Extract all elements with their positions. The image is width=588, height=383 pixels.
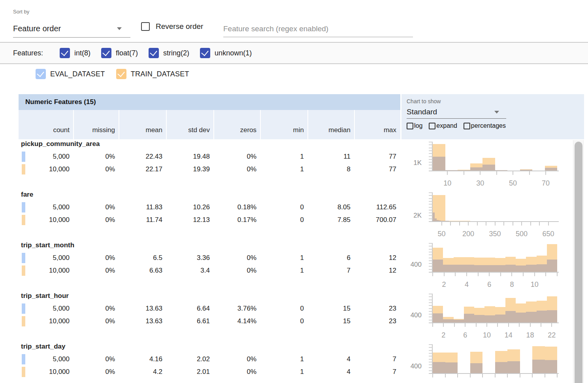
chart-option-percentages[interactable]: percentages: [464, 122, 506, 129]
stat-value: 77: [354, 163, 400, 176]
stat-value: 7: [354, 353, 400, 366]
x-axis-tick-label: 4: [455, 281, 479, 289]
chart-option-expand[interactable]: expand: [429, 122, 457, 129]
stat-value: 13.63: [119, 315, 166, 328]
stat-value: 0%: [213, 150, 260, 163]
histogram-trip_start_day[interactable]: [429, 342, 559, 381]
stat-value: 2.01: [166, 366, 213, 378]
train-swatch: [22, 316, 25, 326]
histogram-fare[interactable]: [429, 190, 559, 229]
stat-value: 112.65: [354, 201, 400, 214]
checkbox-checked-icon: [36, 69, 46, 79]
eval-stats-row: 5,0000%6.53.360%1612: [19, 252, 400, 264]
stat-value: 0%: [73, 353, 119, 366]
x-axis-tick-label: 50: [501, 179, 525, 188]
reverse-order-checkbox[interactable]: Reverse order: [141, 22, 203, 31]
stat-value: 22.17: [119, 163, 166, 176]
feature-name: pickup_community_area: [21, 140, 100, 148]
vertical-scrollbar: [573, 140, 584, 383]
stat-value: 10,000: [19, 366, 73, 378]
stat-value: 0: [260, 201, 307, 214]
train-stats-row: 10,0000%13.636.614.14%01523: [19, 315, 400, 328]
stat-value: 10,000: [19, 264, 73, 277]
feature-name: trip_start_hour: [21, 292, 69, 300]
feature-block-trip_start_day: trip_start_day5,0000%4.162.020%14710,000…: [0, 342, 588, 383]
stat-value: 1: [260, 252, 307, 264]
stat-value: 0%: [73, 302, 119, 315]
checkbox-checked-icon: [149, 48, 159, 58]
feature-type-filter-string[interactable]: string(2): [149, 48, 189, 58]
feature-type-filter-int[interactable]: int(8): [60, 48, 90, 58]
feature-type-filter-float[interactable]: float(7): [101, 48, 138, 58]
chart-option-label: expand: [436, 122, 457, 129]
feature-type-filter-unknown[interactable]: unknown(1): [200, 48, 252, 58]
stat-value: 23: [354, 302, 400, 315]
stat-value: 15: [307, 315, 354, 328]
chevron-down-icon: [494, 111, 499, 114]
x-axis-tick-label: 10: [475, 331, 499, 339]
histogram-pickup_community_area[interactable]: [429, 139, 559, 179]
chevron-down-icon: [117, 27, 122, 30]
x-axis-tick-label: 14: [497, 331, 520, 339]
feature-name: fare: [21, 191, 33, 199]
eval-stats-row: 5,0000%22.4319.480%11177: [19, 150, 400, 163]
checkbox-unchecked-icon: [464, 123, 470, 129]
dataset-toggle-train_dataset[interactable]: TRAIN_DATASET: [116, 69, 189, 79]
scrollbar-thumb[interactable]: [575, 142, 582, 383]
stat-value: 0.18%: [213, 201, 260, 214]
chart-option-log[interactable]: log: [407, 122, 422, 129]
feature-name: trip_start_day: [21, 343, 65, 351]
chart-type-select[interactable]: Standard: [407, 105, 506, 119]
stat-value: 6.61: [166, 315, 213, 328]
stat-value: 3.36: [166, 252, 213, 264]
column-header-min: min: [260, 110, 307, 139]
column-header-std-dev: std dev: [166, 110, 213, 139]
histogram-trip_start_month[interactable]: [429, 241, 559, 280]
x-axis-tick-label: 6: [477, 281, 501, 289]
stat-value: 0%: [73, 315, 119, 328]
stat-value: 6.63: [119, 264, 166, 277]
chart-option-label: log: [414, 122, 422, 129]
stat-value: 4: [307, 353, 354, 366]
column-header-zeros: zeros: [213, 110, 260, 139]
sort-by-select[interactable]: Feature order: [13, 20, 130, 38]
chart-to-show-panel: Chart to show Standard logexpandpercenta…: [401, 94, 584, 139]
stat-value: 5,000: [19, 150, 73, 163]
chart-option-label: percentages: [471, 122, 506, 129]
stat-value: 0%: [73, 150, 119, 163]
stat-value: 700.07: [354, 214, 400, 226]
y-axis-label: 1K: [398, 159, 422, 167]
train-swatch: [22, 265, 25, 276]
column-header-missing: missing: [73, 110, 119, 139]
dataset-toggle-eval_dataset[interactable]: EVAL_DATASET: [36, 69, 105, 79]
features-label: Features:: [13, 49, 43, 57]
stat-value: 0%: [73, 252, 119, 264]
train-stats-row: 10,0000%11.7412.130.17%07.85700.07: [19, 214, 400, 226]
feature-name: trip_start_month: [21, 241, 74, 249]
stat-value: 6: [307, 252, 354, 264]
eval-swatch: [22, 354, 25, 364]
checkbox-unchecked-icon: [429, 123, 435, 129]
train-stats-row: 10,0000%4.22.010%147: [19, 366, 400, 378]
eval-stats-row: 5,0000%11.8310.260.18%08.05112.65: [19, 201, 400, 214]
train-stats-row: 10,0000%6.633.40%1712: [19, 264, 400, 277]
histogram-trip_start_hour[interactable]: [429, 291, 559, 331]
stat-value: 0: [260, 214, 307, 226]
stat-value: 19.39: [166, 163, 213, 176]
stat-value: 0%: [213, 163, 260, 176]
feature-search-input[interactable]: [223, 21, 413, 37]
stat-value: 1: [260, 264, 307, 277]
stats-column-headers: countmissingmeanstd devzerosminmedianmax: [19, 110, 400, 139]
eval-swatch: [22, 253, 25, 263]
stat-value: 7.85: [307, 214, 354, 226]
y-axis-label: 400: [398, 261, 422, 269]
numeric-features-header: Numeric Features (15): [19, 94, 400, 110]
stat-value: 12: [354, 252, 400, 264]
stat-value: 0%: [73, 264, 119, 277]
x-axis-tick-label: 10: [523, 281, 547, 289]
feature-block-trip_start_hour: trip_start_hour5,0000%13.636.643.76%0152…: [0, 291, 588, 342]
stat-value: 0%: [213, 366, 260, 378]
x-axis-tick-label: 6: [453, 331, 477, 339]
sort-by-label: Sort by: [13, 9, 29, 15]
stat-value: 12.13: [166, 214, 213, 226]
